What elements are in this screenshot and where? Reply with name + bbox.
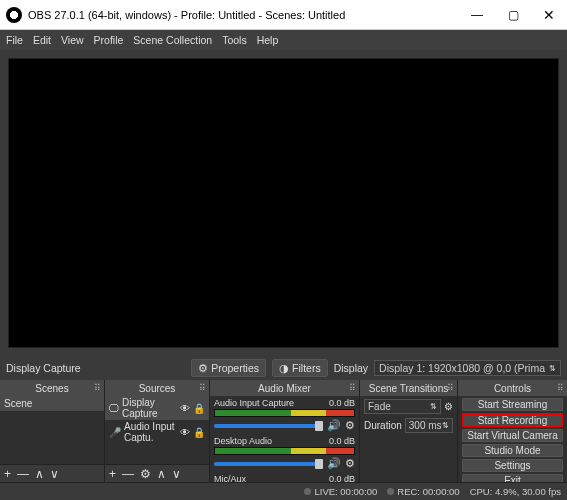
volume-slider[interactable] xyxy=(214,462,323,466)
dock-menu-icon[interactable]: ⠿ xyxy=(199,383,206,393)
maximize-button[interactable]: ▢ xyxy=(495,0,531,30)
channel-name: Desktop Audio xyxy=(214,436,272,446)
transitions-body: Fade ⇅ ⚙ Duration 300 ms ⇅ xyxy=(360,396,457,482)
live-time: LIVE: 00:00:00 xyxy=(314,486,377,497)
mixer-header[interactable]: Audio Mixer ⠿ xyxy=(210,380,359,396)
gear-icon[interactable]: ⚙ xyxy=(345,419,355,432)
menu-file[interactable]: File xyxy=(6,34,23,46)
gear-icon[interactable]: ⚙ xyxy=(345,457,355,470)
speaker-icon[interactable]: 🔊 xyxy=(327,419,341,432)
audio-mixer-panel: Audio Mixer ⠿ Audio Input Capture 0.0 dB… xyxy=(210,380,360,482)
speaker-icon[interactable]: 🔊 xyxy=(327,457,341,470)
menu-scene-collection[interactable]: Scene Collection xyxy=(133,34,212,46)
visibility-icon[interactable]: 👁 xyxy=(180,427,190,438)
lock-icon[interactable]: 🔒 xyxy=(193,427,205,438)
transition-type-select[interactable]: Fade ⇅ xyxy=(364,399,441,414)
obs-logo-icon xyxy=(6,7,22,23)
menu-view[interactable]: View xyxy=(61,34,84,46)
menu-profile[interactable]: Profile xyxy=(94,34,124,46)
dock-menu-icon[interactable]: ⠿ xyxy=(447,383,454,393)
dock-menu-icon[interactable]: ⠿ xyxy=(349,383,356,393)
mixer-body: Audio Input Capture 0.0 dB 🔊 ⚙ Desktop A… xyxy=(210,396,359,482)
gear-icon: ⚙ xyxy=(198,362,208,374)
duration-value: 300 ms xyxy=(409,420,442,431)
filters-label: Filters xyxy=(292,362,321,374)
sources-panel: Sources ⠿ 🖵 Display Capture 👁 🔒 🎤 Audio … xyxy=(105,380,210,482)
vu-meter xyxy=(214,447,355,455)
channel-db: 0.0 dB xyxy=(329,398,355,408)
start-streaming-button[interactable]: Start Streaming xyxy=(462,398,563,411)
mixer-title: Audio Mixer xyxy=(258,383,311,394)
volume-slider[interactable] xyxy=(214,424,323,428)
transitions-header[interactable]: Scene Transitions ⠿ xyxy=(360,380,457,396)
scene-down-button[interactable]: ∨ xyxy=(50,467,59,481)
visibility-icon[interactable]: 👁 xyxy=(180,403,190,414)
sources-toolbar: + — ⚙ ∧ ∨ xyxy=(105,464,209,482)
dock-panels: Scenes ⠿ Scene + — ∧ ∨ Sources ⠿ 🖵 Displ… xyxy=(0,380,567,482)
remove-source-button[interactable]: — xyxy=(122,467,134,481)
source-up-button[interactable]: ∧ xyxy=(157,467,166,481)
source-toolbar: Display Capture ⚙ Properties ◑ Filters D… xyxy=(0,356,567,380)
start-virtual-camera-button[interactable]: Start Virtual Camera xyxy=(462,429,563,442)
chevron-updown-icon: ⇅ xyxy=(549,364,556,373)
scene-up-button[interactable]: ∧ xyxy=(35,467,44,481)
duration-input[interactable]: 300 ms ⇅ xyxy=(405,418,453,433)
filters-button[interactable]: ◑ Filters xyxy=(272,359,328,377)
scene-item[interactable]: Scene xyxy=(0,396,104,411)
mixer-channel: Desktop Audio 0.0 dB 🔊 ⚙ xyxy=(210,434,359,472)
mixer-channel: Audio Input Capture 0.0 dB 🔊 ⚙ xyxy=(210,396,359,434)
start-recording-button[interactable]: Start Recording xyxy=(462,413,563,427)
display-label: Display xyxy=(334,362,368,374)
properties-button[interactable]: ⚙ Properties xyxy=(191,359,266,377)
studio-mode-button[interactable]: Studio Mode xyxy=(462,444,563,457)
display-select[interactable]: Display 1: 1920x1080 @ 0,0 (Prima ⇅ xyxy=(374,360,561,376)
source-item[interactable]: 🎤 Audio Input Captu. 👁 🔒 xyxy=(105,420,209,444)
controls-panel: Controls ⠿ Start Streaming Start Recordi… xyxy=(458,380,567,482)
menu-tools[interactable]: Tools xyxy=(222,34,247,46)
scenes-panel: Scenes ⠿ Scene + — ∧ ∨ xyxy=(0,380,105,482)
dock-menu-icon[interactable]: ⠿ xyxy=(94,383,101,393)
properties-label: Properties xyxy=(211,362,259,374)
remove-scene-button[interactable]: — xyxy=(17,467,29,481)
vu-meter xyxy=(214,409,355,417)
statusbar: LIVE: 00:00:00 REC: 00:00:00 CPU: 4.9%, … xyxy=(0,482,567,500)
sources-header[interactable]: Sources ⠿ xyxy=(105,380,209,396)
lock-icon[interactable]: 🔒 xyxy=(193,403,205,414)
transitions-panel: Scene Transitions ⠿ Fade ⇅ ⚙ Duration 30… xyxy=(360,380,458,482)
add-source-button[interactable]: + xyxy=(109,467,116,481)
audio-input-icon: 🎤 xyxy=(109,427,121,438)
cpu-status: CPU: 4.9%, 30.00 fps xyxy=(470,486,561,497)
display-value: Display 1: 1920x1080 @ 0,0 (Prima xyxy=(379,362,545,374)
rec-status: REC: 00:00:00 xyxy=(387,486,459,497)
channel-db: 0.0 dB xyxy=(329,474,355,482)
sources-title: Sources xyxy=(139,383,176,394)
menu-edit[interactable]: Edit xyxy=(33,34,51,46)
live-status: LIVE: 00:00:00 xyxy=(304,486,377,497)
source-label: Audio Input Captu. xyxy=(124,421,177,443)
source-label: Display Capture xyxy=(122,397,177,419)
menu-help[interactable]: Help xyxy=(257,34,279,46)
scenes-list[interactable]: Scene xyxy=(0,396,104,464)
minimize-button[interactable]: — xyxy=(459,0,495,30)
source-props-button[interactable]: ⚙ xyxy=(140,467,151,481)
settings-button[interactable]: Settings xyxy=(462,459,563,472)
chevron-updown-icon: ⇅ xyxy=(430,402,437,411)
sources-list[interactable]: 🖵 Display Capture 👁 🔒 🎤 Audio Input Capt… xyxy=(105,396,209,464)
controls-body: Start Streaming Start Recording Start Vi… xyxy=(458,396,567,482)
add-scene-button[interactable]: + xyxy=(4,467,11,481)
dock-menu-icon[interactable]: ⠿ xyxy=(557,383,564,393)
exit-button[interactable]: Exit xyxy=(462,474,563,482)
gear-icon[interactable]: ⚙ xyxy=(444,401,453,412)
close-button[interactable]: ✕ xyxy=(531,0,567,30)
filter-icon: ◑ xyxy=(279,362,289,374)
preview-canvas[interactable] xyxy=(8,58,559,348)
chevron-updown-icon: ⇅ xyxy=(442,421,449,430)
scenes-header[interactable]: Scenes ⠿ xyxy=(0,380,104,396)
mixer-channel: Mic/Aux 0.0 dB xyxy=(210,472,359,482)
source-item[interactable]: 🖵 Display Capture 👁 🔒 xyxy=(105,396,209,420)
controls-header[interactable]: Controls ⠿ xyxy=(458,380,567,396)
channel-name: Mic/Aux xyxy=(214,474,246,482)
duration-label: Duration xyxy=(364,420,402,431)
source-down-button[interactable]: ∨ xyxy=(172,467,181,481)
menubar: File Edit View Profile Scene Collection … xyxy=(0,30,567,50)
